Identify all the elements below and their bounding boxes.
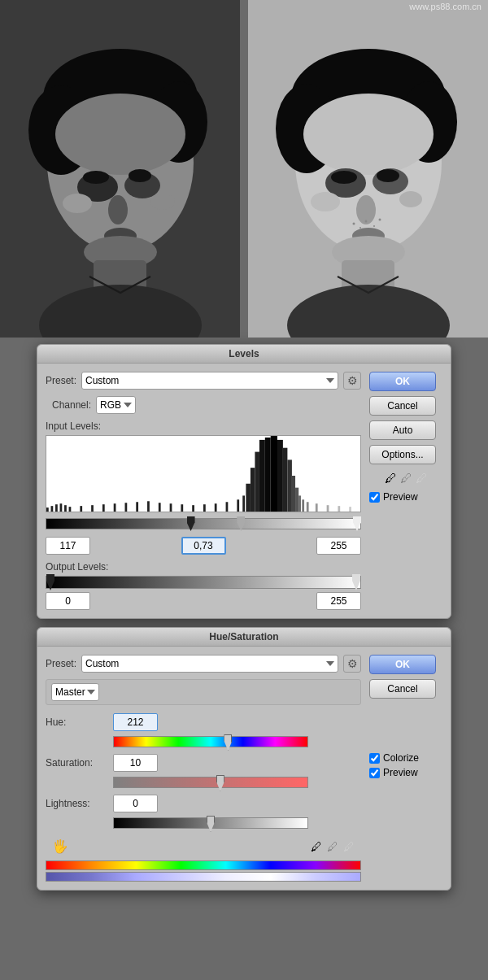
input-white-slider[interactable] bbox=[353, 516, 361, 531]
output-black-slider[interactable] bbox=[46, 574, 54, 590]
input-black-value[interactable] bbox=[46, 537, 90, 555]
watermark: www.ps88.com.cn bbox=[409, 2, 481, 11]
svg-rect-45 bbox=[64, 505, 67, 512]
output-white-slider[interactable] bbox=[352, 574, 360, 590]
channel-row: Channel: RGB bbox=[52, 396, 361, 414]
output-white-value[interactable] bbox=[316, 592, 361, 610]
master-select[interactable]: Master bbox=[51, 683, 99, 701]
black-eyedropper-icon[interactable]: 🖊 bbox=[385, 471, 397, 485]
svg-rect-72 bbox=[292, 476, 295, 512]
hue-label: Hue: bbox=[46, 716, 107, 728]
saturation-label: Saturation: bbox=[46, 757, 107, 769]
hue-row: Hue: bbox=[46, 713, 361, 731]
svg-rect-49 bbox=[102, 504, 105, 512]
levels-gear-button[interactable]: ⚙ bbox=[343, 372, 361, 390]
hue-white-eyedropper-icon[interactable]: 🖊 bbox=[343, 840, 355, 853]
svg-rect-60 bbox=[226, 502, 229, 512]
histogram bbox=[46, 435, 361, 512]
svg-rect-63 bbox=[246, 484, 251, 512]
saturation-value-input[interactable] bbox=[113, 754, 158, 772]
hue-preview-label: Preview bbox=[383, 767, 418, 778]
lightness-slider-thumb[interactable] bbox=[207, 816, 215, 832]
input-values-row bbox=[46, 537, 361, 555]
hue-black-eyedropper-icon[interactable]: 🖊 bbox=[311, 840, 322, 853]
svg-rect-43 bbox=[55, 504, 58, 512]
svg-rect-59 bbox=[215, 503, 217, 512]
hue-preset-row: Preset: Custom ⚙ bbox=[46, 655, 361, 673]
input-levels-label: Input Levels: bbox=[46, 420, 361, 432]
svg-rect-61 bbox=[237, 499, 239, 512]
svg-rect-66 bbox=[259, 440, 265, 512]
svg-point-11 bbox=[108, 195, 128, 224]
preset-select[interactable]: Custom bbox=[81, 372, 338, 390]
hue-right-panel: OK Cancel Colorize Preview bbox=[369, 655, 442, 882]
input-black-slider[interactable] bbox=[187, 516, 195, 531]
channel-select[interactable]: RGB bbox=[96, 396, 136, 414]
preview-row: Preview bbox=[369, 491, 442, 503]
input-white-value[interactable] bbox=[316, 537, 361, 555]
levels-cancel-button[interactable]: Cancel bbox=[369, 396, 436, 416]
output-values-row bbox=[46, 592, 361, 610]
input-mid-value[interactable] bbox=[181, 537, 226, 555]
eyedropper-row: 🖊 🖊 🖊 bbox=[369, 471, 442, 485]
svg-rect-79 bbox=[338, 506, 340, 512]
hand-icon[interactable]: 🖐 bbox=[52, 838, 68, 854]
hue-saturation-title: Hue/Saturation bbox=[37, 628, 451, 647]
hue-slider-thumb[interactable] bbox=[224, 734, 232, 751]
svg-point-17 bbox=[150, 194, 175, 210]
svg-rect-77 bbox=[316, 503, 318, 512]
output-black-value[interactable] bbox=[46, 592, 90, 610]
output-levels-label: Output Levels: bbox=[46, 561, 361, 573]
svg-rect-69 bbox=[277, 440, 283, 512]
svg-rect-51 bbox=[125, 503, 128, 512]
svg-rect-64 bbox=[251, 468, 255, 512]
svg-rect-80 bbox=[349, 507, 351, 512]
svg-rect-55 bbox=[170, 503, 172, 512]
hue-gear-button[interactable]: ⚙ bbox=[343, 655, 361, 673]
hue-cancel-button[interactable]: Cancel bbox=[369, 679, 436, 699]
svg-rect-47 bbox=[80, 506, 82, 512]
hue-preview-checkbox[interactable] bbox=[369, 768, 380, 778]
input-mid-slider[interactable] bbox=[237, 516, 245, 531]
levels-right-panel: OK Cancel Auto Options... 🖊 🖊 🖊 Preview bbox=[369, 372, 442, 610]
levels-preview-checkbox[interactable] bbox=[369, 492, 380, 503]
colorize-row: Colorize bbox=[369, 752, 442, 764]
hue-left-panel: Preset: Custom ⚙ Master Hue: bbox=[46, 655, 361, 882]
levels-left-panel: Preset: Custom ⚙ Channel: RGB Input Leve… bbox=[46, 372, 361, 610]
svg-point-26 bbox=[331, 171, 357, 184]
svg-point-33 bbox=[353, 223, 355, 225]
hue-gray-eyedropper-icon[interactable]: 🖊 bbox=[327, 840, 338, 853]
levels-ok-button[interactable]: OK bbox=[369, 372, 436, 391]
lightness-label: Lightness: bbox=[46, 798, 107, 809]
svg-rect-44 bbox=[60, 503, 63, 512]
hue-preset-label: Preset: bbox=[46, 658, 76, 669]
svg-rect-56 bbox=[181, 504, 183, 512]
output-gradient bbox=[46, 576, 361, 589]
svg-rect-48 bbox=[91, 505, 94, 512]
photo-after bbox=[248, 0, 488, 338]
hue-saturation-dialog: Hue/Saturation Preset: Custom ⚙ Master H… bbox=[37, 627, 451, 891]
hue-ok-button[interactable]: OK bbox=[369, 655, 436, 674]
levels-auto-button[interactable]: Auto bbox=[369, 420, 436, 440]
preview-label: Preview bbox=[383, 491, 418, 503]
gray-eyedropper-icon[interactable]: 🖊 bbox=[400, 471, 412, 485]
saturation-slider-thumb[interactable] bbox=[216, 775, 224, 791]
preset-label: Preset: bbox=[46, 375, 76, 386]
svg-rect-42 bbox=[51, 506, 54, 512]
levels-title: Levels bbox=[37, 345, 451, 364]
bottom-eyedroppers: 🖊 🖊 🖊 bbox=[311, 840, 355, 853]
svg-rect-57 bbox=[192, 505, 194, 512]
colorize-checkbox[interactable] bbox=[369, 753, 380, 764]
svg-point-39 bbox=[399, 191, 422, 207]
hue-preset-select[interactable]: Custom bbox=[81, 655, 338, 673]
levels-options-button[interactable]: Options... bbox=[369, 445, 436, 464]
photo-area bbox=[0, 0, 488, 338]
svg-point-34 bbox=[359, 227, 361, 229]
lightness-value-input[interactable] bbox=[113, 795, 158, 812]
hue-value-input[interactable] bbox=[113, 713, 158, 731]
svg-point-16 bbox=[63, 194, 92, 213]
svg-rect-46 bbox=[69, 507, 72, 512]
svg-rect-71 bbox=[287, 460, 292, 512]
white-eyedropper-icon[interactable]: 🖊 bbox=[416, 471, 428, 485]
bottom-icons-row: 🖐 🖊 🖊 🖊 bbox=[46, 835, 361, 857]
